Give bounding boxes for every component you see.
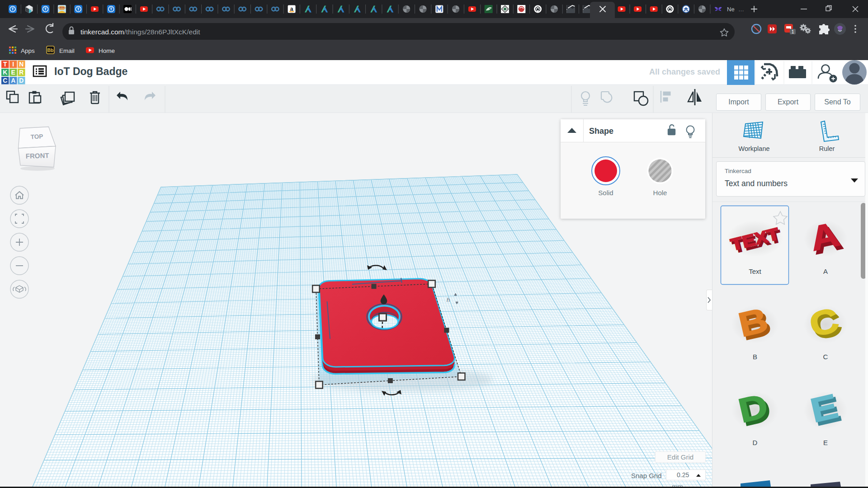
svg-text:a: a [290, 6, 293, 12]
svg-text:Shape: Shape [589, 127, 613, 136]
svg-text:Text: Text [749, 267, 761, 275]
svg-text:tinkercad.com/things/28n6PJltX: tinkercad.com/things/28n6PJltXcK/edit [80, 28, 200, 36]
svg-text:Hole: Hole [653, 189, 667, 197]
svg-text:TOP: TOP [30, 133, 43, 140]
svg-text:Ne: Ne [727, 6, 735, 13]
svg-text:Ruler: Ruler [819, 145, 835, 152]
svg-text:A: A [11, 77, 15, 84]
svg-text:T: T [11, 7, 14, 11]
svg-text:K: K [3, 69, 7, 76]
svg-text:Bb: Bb [47, 47, 54, 53]
svg-text:All changes saved: All changes saved [649, 67, 720, 76]
svg-text:R: R [19, 69, 24, 76]
svg-text:T: T [3, 61, 7, 68]
svg-text:C: C [3, 77, 7, 84]
svg-text:FRONT: FRONT [26, 151, 49, 160]
svg-text:Solid: Solid [598, 189, 613, 197]
svg-text:E: E [11, 69, 15, 76]
svg-text:N: N [19, 61, 24, 68]
svg-text:IoT Dog Badge: IoT Dog Badge [54, 66, 127, 77]
svg-text:Email: Email [59, 47, 75, 54]
svg-text:C: C [823, 353, 828, 361]
svg-text:IND: IND [685, 9, 688, 11]
svg-text:B: B [753, 353, 757, 361]
svg-text:Workplane: Workplane [738, 145, 769, 152]
svg-text:E: E [823, 439, 828, 446]
svg-text:D: D [753, 439, 758, 446]
svg-text:T: T [110, 7, 113, 11]
svg-text:Home: Home [99, 47, 115, 54]
svg-text:I: I [12, 61, 14, 68]
svg-text:…: … [738, 6, 744, 13]
svg-text:A: A [823, 267, 828, 275]
svg-text:h: h [447, 296, 450, 303]
svg-text:Apps: Apps [21, 47, 35, 54]
svg-text:T: T [44, 7, 47, 11]
svg-text:1: 1 [792, 29, 794, 34]
svg-text:T: T [77, 7, 80, 11]
svg-text:D: D [19, 77, 24, 84]
